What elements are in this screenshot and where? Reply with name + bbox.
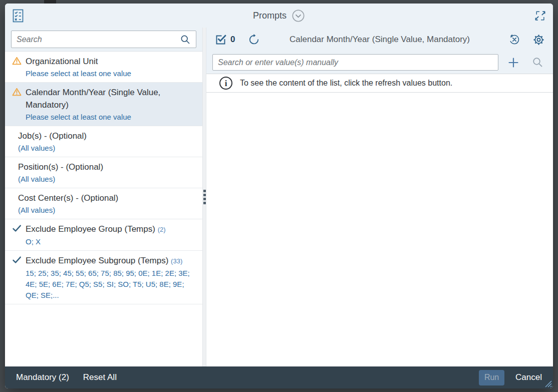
prompt-title: Position(s) - (Optional) xyxy=(18,161,103,173)
settings-gear-icon[interactable] xyxy=(532,34,545,46)
prompt-item-calendar-month-year[interactable]: Calendar Month/Year (Single Value, Manda… xyxy=(5,83,202,126)
value-search-input[interactable] xyxy=(212,54,498,71)
prompt-title: Job(s) - (Optional) xyxy=(18,130,87,142)
checkmark-icon xyxy=(12,223,26,233)
prompt-search-box xyxy=(11,31,196,48)
title-menu-chevron-down-icon[interactable] xyxy=(292,9,305,23)
dialog-header: Prompts xyxy=(5,4,553,28)
value-count-badge: (33) xyxy=(171,257,182,265)
detail-title: Calendar Month/Year (Single Value, Manda… xyxy=(290,35,470,45)
panel-splitter[interactable] xyxy=(202,28,206,366)
prompt-title: Calendar Month/Year (Single Value, Manda… xyxy=(26,86,198,111)
prompt-subtitle: Please select at least one value xyxy=(26,112,198,123)
selected-values-icon[interactable] xyxy=(214,34,227,46)
info-icon: i xyxy=(219,77,232,90)
info-message-text: To see the content of the list, click th… xyxy=(240,79,452,88)
prompt-subtitle: O; X xyxy=(26,236,198,247)
selected-values-count: 0 xyxy=(230,35,235,45)
prompt-detail-panel: 0 Calendar Month/Year (Single Value, Man… xyxy=(206,28,553,366)
warning-icon xyxy=(12,86,26,96)
dialog-body: Organizational Unit Please select at lea… xyxy=(5,28,553,366)
prompt-search-area xyxy=(5,28,202,52)
cancel-button[interactable]: Cancel xyxy=(512,370,545,384)
prompt-list-panel: Organizational Unit Please select at lea… xyxy=(5,28,202,366)
value-search-icon[interactable] xyxy=(531,56,544,69)
prompt-subtitle: (All values) xyxy=(18,174,198,185)
info-message-bar: i To see the content of the list, click … xyxy=(206,74,553,93)
detail-toolbar: 0 Calendar Month/Year (Single Value, Man… xyxy=(206,28,553,52)
prompt-item-organizational-unit[interactable]: Organizational Unit Please select at lea… xyxy=(5,52,202,83)
reset-all-button[interactable]: Reset All xyxy=(83,372,117,382)
checkmark-icon xyxy=(12,254,26,264)
warning-icon xyxy=(12,55,26,65)
prompt-subtitle: Please select at least one value xyxy=(26,68,198,79)
prompt-item-exclude-employee-group[interactable]: Exclude Employee Group (Temps) (2) O; X xyxy=(5,219,202,251)
prompt-subtitle: (All values) xyxy=(18,205,198,216)
mandatory-count-label: Mandatory (2) xyxy=(16,372,69,382)
prompt-title: Exclude Employee Subgroup (Temps) (33) xyxy=(26,254,182,267)
prompt-title: Exclude Employee Group (Temps) (2) xyxy=(26,223,166,236)
run-button[interactable]: Run xyxy=(479,370,504,385)
refresh-values-icon[interactable] xyxy=(248,34,260,46)
reset-values-icon[interactable] xyxy=(508,34,520,46)
prompt-item-positions[interactable]: Position(s) - (Optional) (All values) xyxy=(5,157,202,188)
prompt-title: Cost Center(s) - (Optional) xyxy=(18,192,118,204)
value-list-area xyxy=(206,93,553,366)
prompt-search-input[interactable] xyxy=(17,35,180,44)
prompt-subtitle: 15; 25; 35; 45; 55; 65; 75; 85; 95; 0E; … xyxy=(26,268,198,301)
prompt-item-exclude-employee-subgroup[interactable]: Exclude Employee Subgroup (Temps) (33) 1… xyxy=(5,251,202,304)
prompt-subtitle: (All values) xyxy=(18,143,198,154)
prompt-title: Organizational Unit xyxy=(26,55,98,68)
prompt-item-cost-centers[interactable]: Cost Center(s) - (Optional) (All values) xyxy=(5,188,202,219)
value-count-badge: (2) xyxy=(158,226,166,233)
add-value-plus-icon[interactable] xyxy=(507,56,520,69)
dialog-title: Prompts xyxy=(253,11,287,21)
dialog-footer: Mandatory (2) Reset All Run Cancel xyxy=(5,366,553,388)
prompts-dialog: Prompts xyxy=(5,4,553,388)
resize-grip[interactable] xyxy=(544,380,552,387)
search-icon[interactable] xyxy=(180,34,191,45)
value-entry-row xyxy=(206,52,553,74)
prompt-item-jobs[interactable]: Job(s) - (Optional) (All values) xyxy=(5,126,202,157)
prompt-list: Organizational Unit Please select at lea… xyxy=(5,52,202,366)
